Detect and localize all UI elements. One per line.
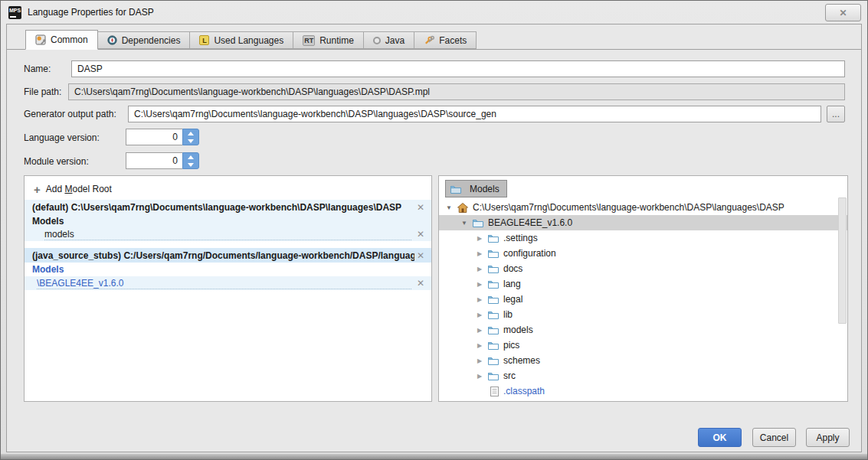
tab-facets[interactable]: Facets [414,31,477,49]
chevron-collapsed-icon[interactable]: ▶ [475,312,484,318]
name-input[interactable]: DASP [71,60,845,77]
tab-label: Facets [439,35,467,46]
tree-node-folder[interactable]: ▶ legal [439,292,847,307]
window-bottom-frame [1,454,867,459]
spinner-up-button[interactable] [183,129,198,137]
chevron-collapsed-icon[interactable]: ▶ [475,296,484,303]
facets-wrench-icon [424,35,434,45]
generator-output-input[interactable]: C:\Users\qam7rng\Documents\language-work… [128,106,821,122]
model-item-row[interactable]: models ✕ [25,227,431,241]
add-model-root-label: Add Model Root [46,184,112,194]
chevron-collapsed-icon[interactable]: ▶ [475,373,484,380]
chevron-collapsed-icon[interactable]: ▶ [475,342,484,349]
folder-icon [488,356,499,365]
name-value: DASP [77,64,103,74]
tree-node-folder[interactable]: ▶ src [439,368,847,383]
browse-button[interactable]: ... [827,106,845,122]
models-group-label-row: Models [25,263,431,276]
file-path-field: C:\Users\qam7rng\Documents\language-work… [68,83,845,100]
file-tree-panel: Models ▼ C:\Users\qam7rng\Documents\lang… [438,175,848,402]
model-root-header[interactable]: (java_source_stubs) C:/Users/qam7rng/Doc… [25,248,431,263]
spinner-down-button[interactable] [183,137,198,145]
language-version-spinner: 0 [126,129,199,145]
tree-node-label: docs [503,263,522,274]
cancel-button[interactable]: Cancel [752,428,796,447]
spinner-buttons [182,129,199,145]
generator-output-value: C:\Users\qam7rng\Documents\language-work… [134,109,496,119]
tab-label: Java [385,35,405,46]
apply-label: Apply [816,432,839,443]
models-toggle-button[interactable]: Models [445,180,507,197]
chevron-collapsed-icon[interactable]: ▶ [475,266,484,272]
tab-label: Common [51,34,88,45]
generator-output-label: Generator output path: [24,109,116,119]
chevron-expanded-icon[interactable]: ▼ [460,220,469,227]
model-root-header[interactable]: (default) C:\Users\qam7rng\Documents\lan… [25,200,431,214]
chevron-collapsed-icon[interactable]: ▶ [475,281,484,288]
tree-scrollbar-thumb[interactable] [838,197,847,324]
mps-logo-text: MPS [8,8,21,13]
module-version-input[interactable]: 0 [126,152,182,169]
tree-node-folder[interactable]: ▶ schemes [439,353,847,368]
remove-icon[interactable]: ✕ [414,229,427,240]
tree-node-folder[interactable]: ▶ lang [439,276,847,292]
models-group-label: Models [32,264,64,275]
spinner-down-icon [188,163,194,167]
mps-logo-bar [10,16,16,18]
tree-node-folder[interactable]: ▶ .settings [439,230,847,246]
file-icon [490,402,499,403]
module-version-label: Module version: [24,156,89,167]
chevron-collapsed-icon[interactable]: ▶ [475,357,484,364]
add-model-root-button[interactable]: + Add Model Root [34,181,112,197]
language-version-input[interactable]: 0 [126,129,182,145]
tree-node-label: lib [503,309,513,320]
tree-node-file[interactable]: .classpath [439,383,847,399]
folder-icon [450,184,461,194]
tree-node-folder[interactable]: ▶ docs [439,261,847,276]
java-icon [373,37,381,44]
model-item-row[interactable]: \BEAGLE4EE_v1.6.0 ✕ [25,276,431,290]
chevron-collapsed-icon[interactable]: ▶ [475,235,484,242]
spinner-down-icon [188,139,194,143]
folder-icon [473,218,483,227]
module-version-spinner: 0 [126,152,199,169]
tree-node-folder[interactable]: ▶ lib [439,307,847,322]
tree-node-root[interactable]: ▼ C:\Users\qam7rng\Documents\language-wo… [439,200,847,215]
model-item-label: models [44,229,74,240]
folder-icon [488,249,499,258]
tree-node-selected[interactable]: ▼ BEAGLE4EE_v1.6.0 [439,215,847,230]
folder-icon [488,371,499,380]
remove-icon[interactable]: ✕ [414,202,427,213]
spinner-up-button[interactable] [183,153,198,161]
file-path-value: C:\Users\qam7rng\Documents\language-work… [74,86,430,97]
ok-button[interactable]: OK [698,428,742,447]
tab-dependencies[interactable]: Dependencies [98,31,191,49]
tree-node-label: .classpath [503,386,545,396]
chevron-collapsed-icon[interactable]: ▶ [475,250,484,257]
module-version-value: 0 [172,155,178,166]
tab-used-languages[interactable]: L Used Languages [190,31,293,49]
close-button[interactable]: ✕ [825,4,861,21]
tree-node-folder[interactable]: ▶ configuration [439,246,847,261]
remove-icon[interactable]: ✕ [414,278,427,289]
folder-icon [488,341,499,350]
spinner-down-button[interactable] [183,161,198,168]
tab-common[interactable]: Common [25,30,98,50]
tab-runtime[interactable]: RT Runtime [293,31,364,49]
tree-node-folder[interactable]: ▶ models [439,322,847,338]
ok-label: OK [713,432,727,443]
models-group-label: Models [32,216,64,227]
tree-node-label: models [503,325,533,335]
tab-java[interactable]: Java [364,31,414,49]
tree-node-label: src [503,370,516,381]
chevron-collapsed-icon[interactable]: ▶ [475,327,484,334]
tree-root-label: C:\Users\qam7rng\Documents\language-work… [473,202,784,213]
tree-node-file-partial[interactable] [439,399,847,402]
folder-icon [488,295,499,304]
remove-icon[interactable]: ✕ [414,250,427,261]
apply-button[interactable]: Apply [806,428,850,447]
tree-node-folder[interactable]: ▶ pics [439,338,847,353]
chevron-expanded-icon[interactable]: ▼ [444,204,454,211]
model-root-path: (java_source_stubs) C:/Users/qam7rng/Doc… [32,250,414,261]
tab-strip: Common Dependencies L Used Languages RT … [7,30,861,50]
